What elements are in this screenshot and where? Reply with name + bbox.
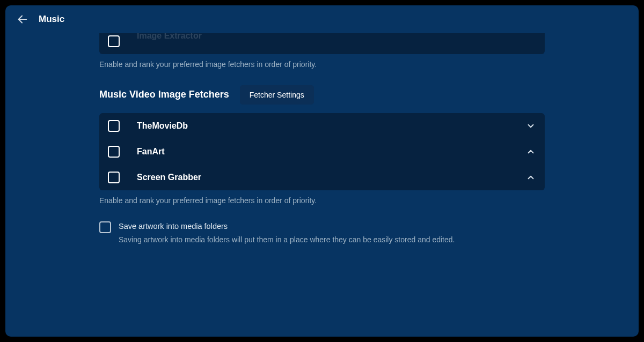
chevron-up-icon [526, 147, 536, 157]
save-artwork-label: Save artwork into media folders [119, 221, 455, 232]
fetcher-checkbox[interactable] [108, 172, 120, 183]
section-title: Music Video Image Fetchers [99, 89, 229, 100]
save-artwork-option[interactable]: Save artwork into media folders Saving a… [99, 221, 545, 246]
fetcher-checkbox[interactable] [108, 146, 120, 158]
settings-window: Music Image Extractor Enable and rank yo… [5, 5, 639, 337]
fetcher-row-image-extractor[interactable]: Image Extractor [99, 33, 545, 54]
music-video-fetchers-panel: TheMovieDb FanArt [99, 113, 545, 190]
arrow-left-icon [17, 13, 28, 25]
fetcher-row-screen-grabber[interactable]: Screen Grabber [99, 165, 545, 190]
fetcher-checkbox[interactable] [108, 35, 120, 47]
chevron-down-icon [526, 121, 536, 131]
back-button[interactable] [16, 13, 29, 26]
fetcher-checkbox[interactable] [108, 120, 120, 132]
content-area[interactable]: Image Extractor Enable and rank your pre… [5, 33, 639, 337]
fetcher-label: Screen Grabber [137, 173, 508, 182]
fetcher-row-fanart[interactable]: FanArt [99, 139, 545, 165]
previous-fetchers-panel: Image Extractor [99, 33, 545, 54]
fetcher-label: TheMovieDb [137, 121, 508, 131]
fetcher-label: Image Extractor [137, 33, 536, 41]
page-header: Music [5, 5, 639, 33]
save-artwork-checkbox[interactable] [99, 221, 111, 233]
help-text: Enable and rank your preferred image fet… [99, 60, 545, 70]
move-up-button[interactable] [525, 146, 536, 157]
move-up-button[interactable] [525, 172, 536, 183]
content-inner: Image Extractor Enable and rank your pre… [99, 33, 545, 246]
section-header: Music Video Image Fetchers Fetcher Setti… [99, 85, 545, 105]
fetcher-settings-button[interactable]: Fetcher Settings [240, 85, 314, 105]
option-text: Save artwork into media folders Saving a… [119, 221, 455, 246]
page-title: Music [39, 14, 64, 25]
move-down-button[interactable] [525, 121, 536, 131]
fetcher-label: FanArt [137, 147, 508, 157]
chevron-up-icon [526, 173, 536, 182]
help-text: Enable and rank your preferred image fet… [99, 196, 545, 206]
save-artwork-description: Saving artwork into media folders will p… [119, 235, 455, 246]
fetcher-row-themoviedb[interactable]: TheMovieDb [99, 113, 545, 139]
